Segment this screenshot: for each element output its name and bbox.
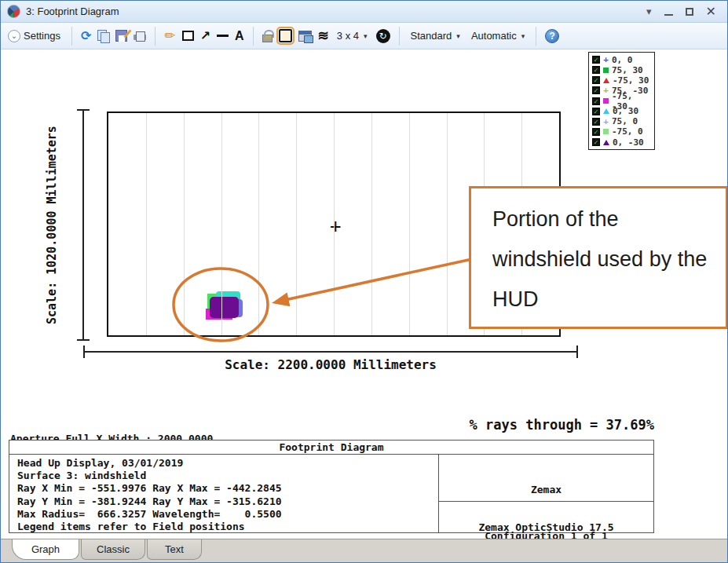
info-table: Footprint Diagram Head Up Display, 03/01… [9,440,654,533]
table-detail-line: Head Up Display, 03/01/2019 [17,457,438,470]
vendor-name: Zemax [439,484,653,496]
plot-gridline [184,113,185,335]
split-pane-icon[interactable] [279,29,292,42]
refresh-icon[interactable]: ⟳ [81,30,91,42]
square-marker-icon [603,129,609,134]
window-layout-icon[interactable] [298,31,312,42]
plus-marker-icon: + [602,118,609,126]
legend-checkbox[interactable]: ✓ [592,86,600,94]
plot-gridline [371,113,372,335]
table-detail-line: Max Radius= 666.3257 Wavelength= 0.5500 [17,508,438,521]
maximize-button[interactable] [686,8,693,16]
square-marker-icon [603,98,609,104]
profile-label: Standard [411,30,452,42]
close-button[interactable]: ✕ [706,5,716,18]
footprint-diagram-window: 3: Footprint Diagram ▾ ✕ ⌄ Settings ⟳ ✏ … [0,0,728,563]
legend-row: ✓0, 30 [592,107,651,116]
array-size-label: 3 x 4 [337,30,359,42]
plot-gridline [334,113,335,335]
print-icon[interactable] [134,31,146,42]
legend-row: ✓+75, 0 [592,117,651,126]
layers-icon[interactable]: ≋ [318,27,328,44]
tab-graph[interactable]: Graph [12,539,79,560]
text-annotation-icon[interactable]: A [235,29,244,43]
tab-label: Graph [31,543,60,555]
plot-gridline [258,113,259,335]
legend-field-label: 0, 30 [613,106,638,116]
triangle-marker-icon [603,108,609,114]
table-detail-line: Ray Y Min = -381.9244 Ray Y Max = -315.6… [17,495,438,508]
legend-checkbox[interactable]: ✓ [592,66,600,74]
rotate-icon[interactable]: ↻ [376,29,390,43]
pencil-annotation-icon[interactable]: ✏ [164,29,175,42]
legend-checkbox[interactable]: ✓ [592,138,600,146]
mode-label: Automatic [471,30,517,42]
zemax-app-icon [7,5,20,18]
caret-down-icon: ▾ [364,32,368,40]
tab-label: Classic [97,543,130,555]
legend-checkbox[interactable]: ✓ [592,128,600,136]
toolbar-separator [536,27,536,46]
rectangle-annotation-icon[interactable] [182,31,194,41]
plot-gridline [409,113,410,335]
plus-marker-icon: + [602,86,609,94]
table-detail-line: Ray X Min = -551.9976 Ray X Max = -442.2… [17,482,438,495]
legend-row: ✓+0, 0 [592,55,651,64]
caret-down-icon: ▾ [521,32,525,40]
plot-gridline [146,113,147,335]
table-detail-line: Legend items refer to Field positions [17,521,438,533]
plot-gridline [447,113,448,335]
legend-checkbox[interactable]: ✓ [592,118,600,126]
help-icon[interactable]: ? [545,29,559,43]
copy-icon[interactable] [97,30,109,42]
legend-row: ✓-75, 30 [592,75,651,85]
table-detail-line: Surface 3: windshield [17,470,438,482]
callout-text: Portion of the windshield used by the HU… [492,207,707,311]
square-marker-icon [603,68,609,73]
table-details-cell: Head Up Display, 03/01/2019Surface 3: wi… [9,455,439,533]
field-legend: ✓+0, 0✓75, 30✓-75, 30✓+75, -30✓-75, -30✓… [588,52,655,150]
array-size-dropdown[interactable]: 3 x 4 ▾ [335,28,370,43]
graph-area: ✓+0, 0✓75, 30✓-75, 30✓+75, -30✓-75, -30✓… [1,49,727,539]
legend-row: ✓-75, 0 [592,127,651,137]
toolbar: ⌄ Settings ⟳ ✏ ↗ A ≋ 3 x 4 ▾ ↻ Standard … [1,23,727,49]
save-icon[interactable] [115,30,127,42]
tab-text[interactable]: Text [147,539,202,560]
vendor-cell: Zemax Zemax OpticStudio 17.5 [439,455,653,502]
settings-button[interactable]: ⌄ Settings [5,28,63,44]
legend-field-label: 0, 0 [612,55,633,65]
legend-row: ✓0, -30 [592,137,651,147]
y-scale-label: Scale: 1020.0000 Millimeters [45,109,65,341]
toolbar-separator [399,27,400,46]
table-header: Footprint Diagram [9,441,653,455]
legend-checkbox[interactable]: ✓ [592,97,600,105]
x-dimension-line [83,351,578,353]
line-annotation-icon[interactable] [217,35,229,37]
lock-icon[interactable] [262,35,273,42]
minimize-button[interactable] [664,14,673,16]
window-menu-button[interactable]: ▾ [646,6,652,16]
window-title: 3: Footprint Diagram [26,5,641,17]
legend-checkbox[interactable]: ✓ [592,76,600,84]
legend-field-label: 75, 30 [612,65,643,75]
mode-dropdown[interactable]: Automatic ▾ [469,28,527,43]
y-dimension-line [82,109,84,341]
x-scale-label: Scale: 2200.0000 Millimeters [83,357,578,372]
legend-field-label: 0, -30 [613,137,644,148]
legend-checkbox[interactable]: ✓ [592,108,600,115]
triangle-marker-icon [603,140,609,145]
callout-box[interactable]: Portion of the windshield used by the HU… [469,186,728,329]
title-bar: 3: Footprint Diagram ▾ ✕ [1,1,727,23]
legend-row: ✓-75, -30 [592,97,651,106]
rays-through-value: % rays through = 37.69% [441,417,654,433]
triangle-marker-icon [603,78,609,83]
toolbar-separator [155,27,155,46]
center-cross-marker: + [330,215,341,237]
legend-checkbox[interactable]: ✓ [592,56,600,64]
profile-dropdown[interactable]: Standard ▾ [408,28,463,43]
plot-gridline [221,113,222,335]
tab-classic[interactable]: Classic [81,539,145,560]
settings-label: Settings [24,30,60,42]
caret-down-icon: ▾ [456,32,460,40]
arrow-annotation-icon[interactable]: ↗ [200,30,210,42]
